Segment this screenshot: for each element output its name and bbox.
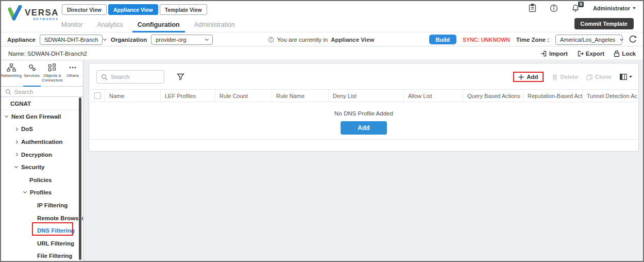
select-all-checkbox[interactable] <box>94 92 101 99</box>
refresh-icon[interactable] <box>629 36 637 44</box>
chevron-down-icon <box>620 37 623 40</box>
sidebar-item-url-filtering[interactable]: URL Filtering <box>1 237 83 250</box>
appliance-select-value: SDWAN-DHT-Branch <box>44 37 98 43</box>
sidebar-item-remote-browser[interactable]: Remote Browser... <box>1 211 83 224</box>
column-header-reputation-based-actions[interactable]: Reputation-Based Actions <box>523 90 582 102</box>
sidebar-tab-objects-connectors[interactable]: Objects & Connectors <box>42 63 63 86</box>
sidebar-item-authentication[interactable]: Authentication <box>1 136 83 149</box>
table-header-cell <box>90 90 105 102</box>
sidebar-item-policies[interactable]: Policies <box>1 174 83 187</box>
tab-monitor[interactable]: Monitor <box>54 17 90 32</box>
column-header-rule-name[interactable]: Rule Name <box>272 90 328 102</box>
sidebar-search <box>1 87 83 97</box>
sidebar-tab-others[interactable]: Others <box>62 63 83 86</box>
timezone-select-value: America/Los_Angeles <box>560 37 615 43</box>
sidebar-item-decryption[interactable]: Decryption <box>1 148 83 161</box>
brand-name: VERSA <box>25 8 59 17</box>
plus-icon <box>518 74 524 80</box>
column-header-deny-list[interactable]: Deny List <box>328 90 403 102</box>
empty-state-add-button[interactable]: Add <box>341 121 387 135</box>
sidebar-item-profiles[interactable]: Profiles <box>1 186 83 199</box>
panel-toolbar: Add Delete <box>96 70 632 84</box>
primary-nav: Monitor Analytics Configuration Administ… <box>54 17 242 32</box>
column-header-query-based-actions[interactable]: Query Based Actions <box>463 90 523 102</box>
versa-director-window: VERSA NETWORKS Director View Appliance V… <box>0 0 644 262</box>
table-search-input[interactable] <box>111 74 158 80</box>
dns-profiles-panel: Add Delete <box>89 63 639 152</box>
chevron-down-icon <box>629 76 632 78</box>
sidebar-item-next-gen-firewall[interactable]: Next Gen Firewall <box>1 110 83 123</box>
column-picker[interactable] <box>620 74 632 80</box>
timezone-label: Time Zone : <box>516 37 549 43</box>
trash-icon <box>552 74 558 80</box>
delete-button[interactable]: Delete <box>552 74 579 80</box>
commit-template-button[interactable]: Commit Template <box>574 18 634 29</box>
page-body: Networking Services <box>1 61 643 261</box>
tab-administration[interactable]: Administration <box>187 17 242 32</box>
filter-funnel-icon[interactable] <box>177 73 184 80</box>
header: VERSA NETWORKS Director View Appliance V… <box>1 1 643 32</box>
sidebar-tab-label: Others <box>66 73 79 78</box>
columns-icon <box>620 74 627 80</box>
appliance-select[interactable]: SDWAN-DHT-Branch <box>40 35 103 45</box>
column-header-tunnel-detection-action[interactable]: Tunnel Detection Action <box>582 90 637 102</box>
column-header-lef-profiles[interactable]: LEF Profiles <box>160 90 215 102</box>
export-button[interactable]: Export <box>577 50 604 57</box>
user-menu[interactable]: Administrator <box>593 5 636 11</box>
sidebar-item-dns-filtering[interactable]: DNS Filtering <box>1 224 83 237</box>
chevron-down-icon <box>103 37 107 40</box>
toolbar-actions: Add Delete <box>513 72 632 82</box>
tasks-clipboard-icon[interactable] <box>529 4 536 12</box>
organization-select[interactable]: provider-org <box>151 35 213 45</box>
import-icon <box>540 50 547 57</box>
sidebar-search-input[interactable] <box>14 89 71 95</box>
sidebar-item-label: URL Filtering <box>37 240 74 247</box>
appliance-view-button[interactable]: Appliance View <box>108 4 158 15</box>
sidebar-tab-services[interactable]: Services <box>22 63 42 86</box>
tab-analytics[interactable]: Analytics <box>90 17 130 32</box>
sidebar-tab-networking[interactable]: Networking <box>1 63 22 86</box>
info-icon <box>268 37 274 43</box>
add-button[interactable]: Add <box>518 74 538 80</box>
column-header-name[interactable]: Name <box>105 90 160 102</box>
import-button[interactable]: Import <box>540 50 568 57</box>
ellipsis-icon <box>69 63 77 72</box>
clone-button[interactable]: Clone <box>586 74 612 80</box>
sidebar-item-label: DoS <box>21 126 33 132</box>
name-bar-actions: Import Export Lock <box>540 50 636 57</box>
sidebar-item-security[interactable]: Security <box>1 161 83 174</box>
column-header-rule-count[interactable]: Rule Count <box>215 90 272 102</box>
notifications-bell-icon[interactable]: 0 <box>571 4 580 12</box>
chevron-right-icon <box>14 140 18 144</box>
sidebar-item-cgnat[interactable]: CGNAT <box>1 97 83 110</box>
chevron-right-icon <box>14 127 18 131</box>
sidebar-item-file-filtering[interactable]: File Filtering <box>1 250 83 261</box>
lock-button[interactable]: Lock <box>614 50 636 57</box>
sidebar-item-label: Security <box>21 164 44 170</box>
sidebar-item-dos[interactable]: DoS <box>1 123 83 136</box>
table-search <box>96 70 164 84</box>
notification-count-badge: 0 <box>578 2 584 7</box>
info-icon[interactable] <box>550 4 558 12</box>
sidebar-item-label: Authentication <box>21 139 63 145</box>
objects-grid-icon <box>48 63 56 72</box>
chevron-down-icon <box>23 190 27 193</box>
tab-configuration[interactable]: Configuration <box>130 17 187 32</box>
column-header-allow-list[interactable]: Allow List <box>403 90 463 102</box>
sidebar-scrollbar[interactable] <box>79 97 81 260</box>
lock-label: Lock <box>622 51 636 57</box>
versa-logo: VERSA NETWORKS <box>7 5 59 21</box>
sidebar-item-label: CGNAT <box>10 101 31 107</box>
build-button[interactable]: Build <box>429 35 457 44</box>
timezone-select[interactable]: America/Los_Angeles <box>555 35 622 45</box>
chevron-down-icon <box>5 114 8 118</box>
sidebar-tab-strip: Networking Services <box>1 61 83 87</box>
sidebar-item-label: Decryption <box>21 152 52 158</box>
template-name: Name: SDWAN-DHT-Branch2 <box>8 51 87 57</box>
appliance-bar: Appliance SDWAN-DHT-Branch Organization … <box>1 33 643 46</box>
template-view-button[interactable]: Template View <box>160 4 207 15</box>
sidebar-item-label: Policies <box>29 177 52 183</box>
chevron-down-icon <box>14 165 18 168</box>
sidebar-item-ip-filtering[interactable]: IP Filtering <box>1 199 83 212</box>
director-view-button[interactable]: Director View <box>62 4 107 15</box>
